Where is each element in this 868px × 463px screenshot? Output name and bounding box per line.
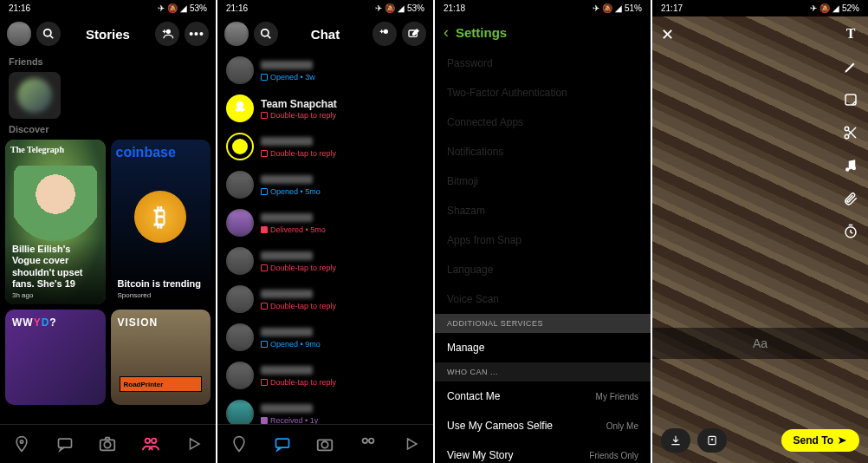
profile-avatar[interactable]	[224, 22, 249, 46]
settings-row[interactable]: Use My Cameos SelfieOnly Me	[435, 411, 651, 440]
chat-status: Opened • 3w	[261, 73, 424, 82]
chat-row[interactable]: Delivered • 5mo	[217, 204, 433, 242]
tab-spotlight[interactable]	[399, 432, 424, 456]
search-button[interactable]	[36, 22, 61, 46]
chat-row[interactable]: Opened • 5mo	[217, 166, 433, 204]
music-icon	[843, 158, 858, 173]
add-friend-button[interactable]	[372, 22, 397, 46]
status-icon	[261, 341, 268, 348]
text-input-overlay[interactable]: Aa	[652, 328, 868, 359]
close-button[interactable]: ✕	[661, 25, 674, 44]
status-icons: ✈ 🔕 ◢ 51%	[593, 3, 642, 13]
tab-spotlight[interactable]	[182, 432, 206, 456]
new-chat-button[interactable]	[402, 22, 426, 46]
save-button[interactable]	[661, 428, 690, 453]
page-title: Chat	[311, 27, 340, 42]
settings-row-dim[interactable]: Shazam	[435, 196, 651, 225]
chat-row[interactable]: Received • 1y	[217, 395, 433, 424]
status-bar: 21:16 ✈ 🔕 ◢ 53%	[217, 0, 433, 16]
settings-title: Settings	[456, 25, 507, 40]
settings-row[interactable]: Contact MeMy Friends	[435, 381, 651, 411]
chat-row[interactable]: Opened • 9mo	[217, 318, 433, 356]
settings-row-dim[interactable]: Bitmoji	[435, 166, 651, 196]
settings-row[interactable]: View My StoryFriends Only	[435, 440, 651, 463]
chat-avatar	[226, 247, 254, 275]
discover-headline: Bitcoin is trending	[118, 278, 204, 290]
discover-row-2: WWYD? VISION RoadPrinter	[0, 304, 216, 410]
svg-point-0	[44, 29, 51, 36]
chat-row[interactable]: Double-tap to reply	[217, 127, 433, 166]
bottom-tabs	[217, 424, 433, 463]
timer-tool[interactable]	[840, 221, 861, 242]
chat-name	[261, 60, 424, 72]
sticker-tool[interactable]	[840, 89, 861, 110]
settings-row-dim[interactable]: Voice Scan	[435, 284, 651, 314]
settings-row-manage[interactable]: Manage	[435, 333, 651, 362]
text-tool[interactable]: T	[840, 23, 861, 44]
send-button[interactable]: Send To	[781, 429, 859, 452]
chat-avatar	[226, 95, 254, 122]
play-icon	[404, 436, 419, 452]
chat-row[interactable]: Double-tap to reply	[217, 356, 433, 395]
svg-point-2	[166, 29, 171, 34]
status-icons: ✈ 🔕 ◢ 53%	[375, 3, 424, 13]
chat-row[interactable]: Opened • 3w	[217, 51, 433, 89]
page-title: Stories	[86, 27, 130, 42]
discover-row: The Telegraph Billie Eilish's Vogue cove…	[0, 140, 216, 304]
snap-canvas[interactable]: ✕ T Aa Send To	[652, 16, 868, 463]
settings-row-dim[interactable]: Notifications	[435, 137, 651, 166]
chat-avatar	[226, 209, 254, 237]
people-icon	[141, 434, 160, 453]
profile-avatar[interactable]	[7, 22, 31, 46]
chat-name	[261, 174, 424, 186]
phone-chat: 21:16 ✈ 🔕 ◢ 53% Chat Opened • 3wTeam Sna…	[217, 0, 433, 463]
svg-point-16	[322, 441, 328, 447]
discover-meta: 3h ago	[12, 291, 99, 299]
chat-name	[261, 289, 424, 301]
status-time: 21:18	[444, 3, 465, 13]
chat-row[interactable]: Double-tap to reply	[217, 242, 433, 280]
settings-row-dim[interactable]: Connected Apps	[435, 108, 651, 137]
story-button[interactable]	[697, 428, 727, 453]
story-icon	[706, 434, 718, 447]
svg-point-26	[852, 166, 857, 171]
add-friend-button[interactable]	[155, 22, 179, 46]
tab-stories[interactable]	[356, 432, 380, 456]
tab-chat[interactable]	[53, 432, 77, 456]
section-additional-services: ADDITIONAL SERVICES	[435, 314, 651, 333]
tab-camera[interactable]	[95, 432, 120, 456]
discover-label: WWYD?	[12, 316, 57, 329]
timer-icon	[843, 224, 858, 239]
friend-story-tile[interactable]	[9, 72, 61, 119]
discover-card-coinbase[interactable]: coinbase ₿ Bitcoin is trending Sponsored	[111, 140, 211, 304]
chat-icon	[274, 435, 291, 453]
camera-icon	[315, 434, 334, 453]
settings-row-dim[interactable]: Apps from Snap	[435, 225, 651, 255]
tab-map[interactable]	[10, 432, 34, 456]
scissors-tool[interactable]	[840, 122, 861, 143]
discover-card-wwyd[interactable]: WWYD?	[5, 310, 106, 405]
settings-row-dim[interactable]: Two-Factor Authentication	[435, 78, 651, 108]
tab-camera[interactable]	[313, 432, 337, 456]
discover-card-telegraph[interactable]: The Telegraph Billie Eilish's Vogue cove…	[5, 140, 106, 304]
more-button[interactable]: •••	[185, 22, 209, 46]
pencil-icon	[843, 59, 858, 75]
tab-chat[interactable]	[270, 432, 295, 456]
attach-tool[interactable]	[840, 188, 861, 209]
chat-row[interactable]: Double-tap to reply	[217, 280, 433, 318]
status-icon	[261, 74, 268, 81]
back-button[interactable]: ‹	[444, 23, 449, 42]
settings-row-dim[interactable]: Password	[435, 49, 651, 78]
search-button[interactable]	[254, 22, 278, 46]
chat-list: Opened • 3wTeam Snapchat Double-tap to r…	[217, 51, 433, 424]
draw-tool[interactable]	[840, 56, 861, 77]
download-icon	[670, 434, 682, 447]
chat-row[interactable]: Team Snapchat Double-tap to reply	[217, 89, 433, 127]
settings-row-dim[interactable]: Language	[435, 255, 651, 284]
chat-status: Opened • 5mo	[261, 187, 424, 196]
tab-stories[interactable]	[139, 432, 163, 456]
music-tool[interactable]	[840, 155, 861, 176]
status-time: 21:16	[9, 3, 30, 13]
tab-map[interactable]	[227, 432, 251, 456]
discover-card-vision[interactable]: VISION RoadPrinter	[111, 310, 211, 405]
